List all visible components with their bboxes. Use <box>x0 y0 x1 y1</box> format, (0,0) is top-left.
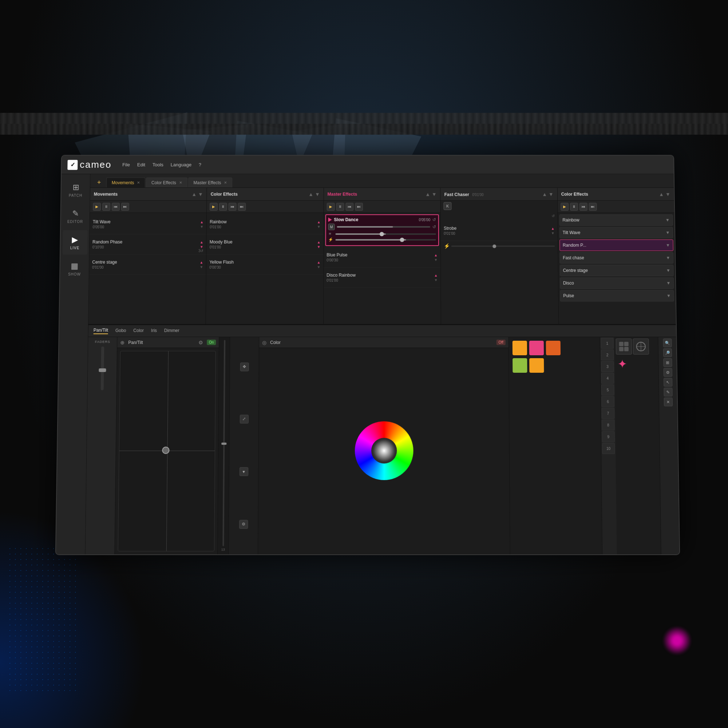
fader-thumb-1[interactable] <box>99 369 106 372</box>
sidebar-item-patch[interactable]: ⊞ PATCH <box>63 177 88 202</box>
tab-master-effects-close[interactable]: ✕ <box>224 180 227 185</box>
ce2-play[interactable]: ▶ <box>561 203 569 211</box>
color-effects-sort-down[interactable]: ▼ <box>315 191 320 197</box>
blue-pulse-up[interactable]: ▲ <box>434 253 437 257</box>
speed-thumb[interactable] <box>380 232 384 236</box>
master-effects-sort-up[interactable]: ▲ <box>425 191 430 197</box>
bottom-tab-color[interactable]: Color <box>133 328 144 334</box>
right-tb-grid[interactable]: ⊞ <box>663 358 672 367</box>
effect-disco-rainbow[interactable]: Disco Rainbow 0'01'00 ▲ ▼ <box>324 268 440 288</box>
rainbow-down[interactable]: ▼ <box>317 225 321 229</box>
add-tab-button[interactable]: + <box>94 177 104 187</box>
effect-moody-blue[interactable]: Moody Blue 0'01'00 ▲ ▼ <box>207 234 324 254</box>
effect-yellow-flash[interactable]: Yellow Flash 0'00'30 ▲ ▼ <box>206 254 323 274</box>
movements-next[interactable]: ⏭ <box>121 203 129 211</box>
disco-rainbow-up[interactable]: ▲ <box>434 273 438 277</box>
movements-prev[interactable]: ⏮ <box>112 203 120 211</box>
right-tb-delete[interactable]: ✕ <box>664 398 672 406</box>
color-effects-pause[interactable]: ⏸ <box>219 203 227 211</box>
menu-file[interactable]: File <box>122 162 130 167</box>
effect-random-phase[interactable]: Random Phase 0'10'00 ▲ ▼ 3↺ <box>90 234 206 254</box>
menu-language[interactable]: Language <box>171 162 191 167</box>
random-phase-down[interactable]: ▼ <box>200 245 203 249</box>
fast-chaser-k-button[interactable]: K <box>444 202 452 210</box>
vertical-fader-thumb[interactable] <box>221 443 226 445</box>
dropdown-disco[interactable]: Disco ▼ <box>560 277 674 289</box>
ce2-next[interactable]: ⏭ <box>589 203 596 211</box>
right-tb-settings[interactable]: ⚙ <box>663 368 672 377</box>
pantilt-grid[interactable] <box>118 351 216 551</box>
sidebar-item-editor[interactable]: ✎ EDITOR <box>63 204 88 228</box>
centre-stage-up[interactable]: ▲ <box>199 260 203 264</box>
center-icon-move[interactable]: ✥ <box>240 362 249 371</box>
color-effects-prev[interactable]: ⏮ <box>229 203 237 211</box>
master-effects-prev[interactable]: ⏮ <box>346 203 353 211</box>
movements-pause[interactable]: ⏸ <box>102 203 110 211</box>
swatch-orange-1[interactable] <box>512 341 527 355</box>
crosshair-dot[interactable] <box>162 447 170 454</box>
right-tb-zoom-out[interactable]: 🔎 <box>663 348 671 357</box>
center-icon-settings[interactable]: ⚙ <box>239 520 248 529</box>
tab-color-effects[interactable]: Color Effects ✕ <box>146 177 187 187</box>
offset-thumb[interactable] <box>400 237 404 242</box>
swatch-green[interactable] <box>512 358 527 373</box>
strobe-speed-thumb[interactable] <box>493 244 497 248</box>
dropdown-fast-chase[interactable]: Fast chase ▼ <box>560 252 673 264</box>
bottom-tab-iris[interactable]: Iris <box>151 328 157 334</box>
center-icon-heart[interactable]: ♥ <box>239 467 248 476</box>
right-tb-pencil[interactable]: ✎ <box>664 388 672 396</box>
effect-blue-pulse[interactable]: Blue Pulse 0'00'30 ▲ ▼ <box>324 248 440 268</box>
sidebar-item-show[interactable]: ▦ SHOW <box>62 256 87 281</box>
dropdown-pulse[interactable]: Pulse ▼ <box>560 290 674 302</box>
palette-icon-2[interactable] <box>633 338 649 355</box>
swatch-orange-2[interactable] <box>546 341 561 355</box>
effect-centre-stage[interactable]: Centre stage 0'01'00 ▲ ▼ <box>89 254 206 274</box>
effect-strobe[interactable]: Strobe 0'01'00 ▲ ▼ <box>441 221 558 241</box>
bottom-tab-pantilt[interactable]: Pan/Tilt <box>93 327 108 334</box>
menu-edit[interactable]: Edit <box>137 162 145 167</box>
tab-movements-close[interactable]: ✕ <box>137 180 140 185</box>
strobe-down[interactable]: ▼ <box>551 231 555 235</box>
right-tb-cursor[interactable]: ↖ <box>663 378 672 387</box>
master-effects-sort-down[interactable]: ▼ <box>432 191 437 197</box>
center-icon-expand[interactable]: ⤢ <box>240 414 248 423</box>
tab-movements[interactable]: Movements ✕ <box>106 177 145 187</box>
fast-chaser-sort-down[interactable]: ▼ <box>549 191 554 197</box>
dropdown-tilt-wave[interactable]: Tilt Wave ▼ <box>559 227 673 239</box>
strobe-speed-track[interactable] <box>451 245 555 246</box>
yellow-flash-down[interactable]: ▼ <box>317 265 320 269</box>
slow-dance-refresh[interactable]: ↺ <box>433 217 436 222</box>
swatch-pink[interactable] <box>529 341 544 355</box>
moody-blue-down[interactable]: ▼ <box>317 245 321 249</box>
movements-sort-up[interactable]: ▲ <box>191 191 197 197</box>
dropdown-centre-stage[interactable]: Centre stage ▼ <box>560 265 674 276</box>
ce2-prev[interactable]: ⏮ <box>579 203 587 211</box>
rainbow-up[interactable]: ▲ <box>317 220 321 224</box>
color-wheel[interactable] <box>355 421 413 480</box>
sidebar-item-live[interactable]: ▶ LIVE <box>62 230 87 254</box>
tilt-wave-down[interactable]: ▼ <box>200 225 203 229</box>
master-effects-next[interactable]: ⏭ <box>355 203 363 211</box>
offset-track[interactable] <box>335 239 436 240</box>
fast-chaser-sync[interactable]: ↺ <box>551 214 554 218</box>
color-effects-next[interactable]: ⏭ <box>238 203 246 211</box>
movements-play[interactable]: ▶ <box>93 203 101 211</box>
blue-pulse-down[interactable]: ▼ <box>434 258 437 262</box>
color-effects2-sort-up[interactable]: ▲ <box>659 191 664 197</box>
strobe-up[interactable]: ▲ <box>551 226 555 230</box>
speed-track[interactable] <box>335 233 436 235</box>
vertical-fader-track[interactable] <box>222 340 225 546</box>
bottom-tab-gobo[interactable]: Gobo <box>115 328 126 334</box>
effect-tilt-wave[interactable]: Tilt Wave 0'05'00 ▲ ▼ <box>90 214 206 234</box>
dropdown-rainbow[interactable]: Rainbow ▼ <box>559 214 673 226</box>
menu-help[interactable]: ? <box>199 162 201 167</box>
swatch-orange-3[interactable] <box>529 358 544 373</box>
moody-blue-up[interactable]: ▲ <box>317 240 321 244</box>
master-effects-play[interactable]: ▶ <box>327 203 335 211</box>
master-effects-pause[interactable]: ⏸ <box>336 203 344 211</box>
tab-color-effects-close[interactable]: ✕ <box>179 180 182 185</box>
ce2-pause[interactable]: ⏸ <box>570 203 578 211</box>
color-effects-sort-up[interactable]: ▲ <box>308 191 314 197</box>
dropdown-random-p[interactable]: Random P... ▼ <box>560 240 673 251</box>
color-wheel-inner[interactable] <box>371 438 397 464</box>
